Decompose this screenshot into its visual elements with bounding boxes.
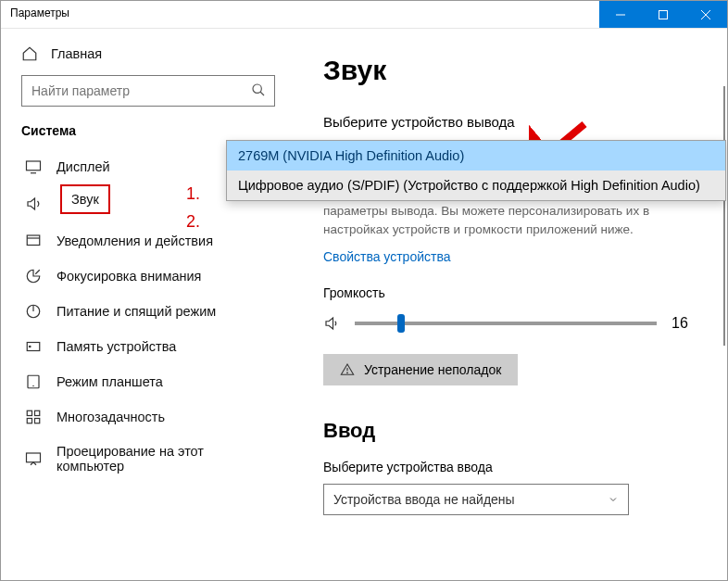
- volume-label: Громкость: [323, 285, 727, 300]
- sidebar-section-title: Система: [21, 123, 275, 138]
- sidebar-item-storage[interactable]: Память устройства: [21, 329, 275, 364]
- svg-rect-17: [35, 410, 40, 415]
- output-description: параметры вывода. Вы можете персонализир…: [323, 202, 694, 238]
- troubleshoot-button[interactable]: Устранение неполадок: [323, 354, 518, 385]
- svg-point-4: [253, 84, 261, 93]
- sidebar-item-label: Звук: [60, 184, 110, 214]
- sidebar-item-notifications[interactable]: Уведомления и действия: [21, 223, 275, 259]
- sidebar-item-label: Проецирование на этот компьютер: [56, 444, 271, 474]
- svg-rect-6: [27, 161, 41, 171]
- window-controls: [599, 1, 727, 28]
- sidebar-item-label: Уведомления и действия: [56, 234, 213, 248]
- home-icon: [21, 45, 38, 62]
- close-button[interactable]: [684, 1, 727, 28]
- svg-rect-18: [27, 419, 31, 423]
- sidebar-item-label: Режим планшета: [56, 374, 163, 389]
- storage-icon: [25, 338, 42, 355]
- scrollbar[interactable]: [723, 86, 725, 346]
- output-device-dropdown[interactable]: 2769M (NVIDIA High Definition Audio) Циф…: [226, 140, 726, 201]
- input-select-value: Устройства ввода не найдены: [333, 492, 515, 507]
- troubleshoot-label: Устранение неполадок: [364, 362, 501, 377]
- sound-icon: [25, 196, 42, 212]
- sidebar-item-projection[interactable]: Проецирование на этот компьютер: [21, 435, 275, 483]
- page-title: Звук: [323, 55, 727, 86]
- maximize-button[interactable]: [642, 1, 684, 28]
- volume-row: 16: [323, 315, 694, 332]
- sidebar-item-label: Многозадачность: [56, 410, 165, 424]
- sidebar-item-label: Питание и спящий режим: [56, 304, 216, 319]
- device-properties-link[interactable]: Свойства устройства: [323, 249, 451, 264]
- sidebar-item-multitask[interactable]: Многозадачность: [21, 399, 275, 435]
- input-device-select[interactable]: Устройства ввода не найдены: [323, 484, 629, 515]
- titlebar: Параметры: [1, 1, 727, 29]
- window-title: Параметры: [1, 1, 79, 28]
- sidebar-item-power[interactable]: Питание и спящий режим: [21, 294, 275, 329]
- home-link[interactable]: Главная: [21, 45, 275, 62]
- projection-icon: [25, 450, 42, 467]
- speaker-icon[interactable]: [323, 315, 340, 332]
- svg-rect-19: [35, 419, 40, 423]
- main-pane: Звук Выберите устройство вывода 2769M (N…: [295, 29, 727, 580]
- svg-rect-16: [27, 410, 31, 415]
- warning-icon: [340, 362, 355, 377]
- svg-line-5: [260, 92, 264, 95]
- chevron-down-icon: [608, 494, 619, 505]
- sidebar-item-label: Дисплей: [56, 159, 110, 174]
- annotation-2: 2.: [186, 212, 200, 232]
- svg-point-13: [30, 346, 31, 347]
- sidebar-item-label: Память устройства: [56, 339, 176, 354]
- tablet-icon: [25, 373, 42, 390]
- input-device-label: Выберите устройства ввода: [323, 460, 727, 474]
- slider-thumb[interactable]: [397, 314, 405, 333]
- dropdown-option[interactable]: Цифровое аудио (S/PDIF) (Устройство с по…: [227, 171, 725, 200]
- power-icon: [25, 303, 42, 320]
- search-input[interactable]: [21, 75, 275, 107]
- display-icon: [25, 158, 42, 175]
- sidebar-item-focus[interactable]: Фокусировка внимания: [21, 259, 275, 294]
- svg-point-22: [347, 373, 348, 373]
- dropdown-option-selected[interactable]: 2769M (NVIDIA High Definition Audio): [227, 141, 725, 171]
- volume-slider[interactable]: [355, 322, 657, 325]
- search-icon: [251, 82, 266, 97]
- svg-rect-1: [659, 10, 668, 19]
- sidebar-item-tablet[interactable]: Режим планшета: [21, 364, 275, 399]
- svg-rect-8: [27, 235, 40, 246]
- search-box[interactable]: [21, 75, 275, 107]
- sidebar-item-label: Фокусировка внимания: [56, 269, 201, 284]
- volume-value: 16: [672, 315, 694, 332]
- output-device-label: Выберите устройство вывода: [323, 114, 727, 130]
- input-heading: Ввод: [323, 419, 727, 443]
- annotation-1: 1.: [186, 184, 200, 204]
- focus-icon: [25, 268, 42, 284]
- home-label: Главная: [51, 46, 102, 61]
- minimize-button[interactable]: [599, 1, 642, 28]
- sidebar: Главная Система Дисплей Звук Уведомления…: [1, 29, 295, 580]
- notifications-icon: [25, 233, 42, 249]
- multitask-icon: [25, 409, 42, 425]
- svg-rect-20: [27, 453, 41, 462]
